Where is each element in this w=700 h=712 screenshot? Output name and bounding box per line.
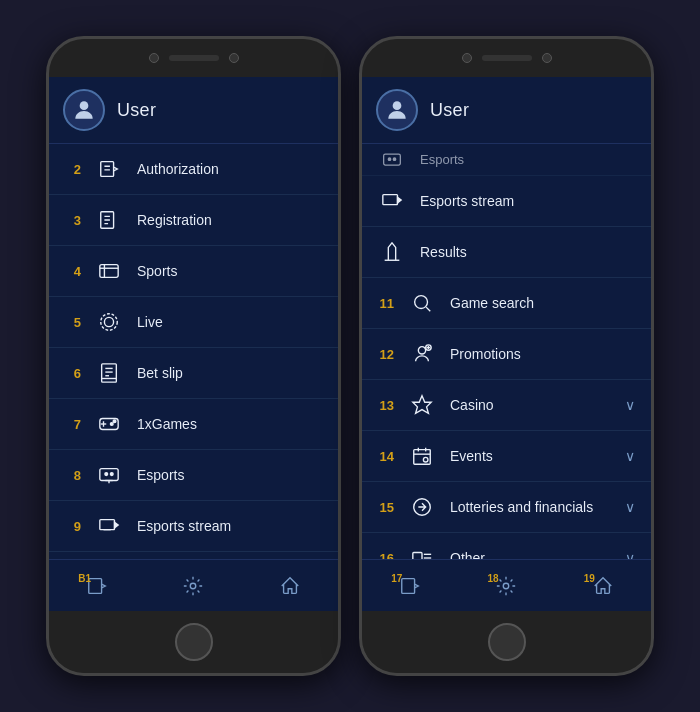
user-name-right: User [430,100,469,121]
svg-point-37 [388,157,391,160]
results-right-icon [378,238,406,266]
menu-promotions[interactable]: 12 Promotions [362,329,651,380]
menu-lotteries[interactable]: 15 Lotteries and financials ∨ [362,482,651,533]
svg-point-53 [423,457,428,462]
home-button-left[interactable] [175,623,213,661]
svg-point-44 [418,347,425,354]
screen-left: User 2 Authorization 3 Registration [49,77,338,611]
user-header-right[interactable]: User [362,77,651,144]
svg-point-35 [393,101,402,110]
svg-rect-1 [101,162,114,177]
esports-stream-right-label: Esports stream [420,193,635,209]
svg-point-27 [110,473,113,476]
svg-point-0 [80,101,89,110]
live-icon [95,308,123,336]
menu-results-right[interactable]: Results [362,227,651,278]
home-button-right[interactable] [488,623,526,661]
svg-rect-36 [384,154,401,165]
left-phone: User 2 Authorization 3 Registration [46,36,341,676]
menu-other[interactable]: 16 Other ∨ [362,533,651,559]
menu-sports[interactable]: 4 Sports [49,246,338,297]
camera2-right [542,53,552,63]
bottom-nav-right: 17 18 19 [362,559,651,611]
phone-top-right [362,39,651,77]
results-right-label: Results [420,244,635,260]
menu-results[interactable]: 10 Results [49,552,338,559]
svg-rect-8 [100,265,118,278]
partial-esports-label: Esports [420,152,464,167]
events-label: Events [450,448,611,464]
svg-rect-23 [100,469,118,481]
avatar-right [376,89,418,131]
game-search-icon [408,289,436,317]
casino-label: Casino [450,397,611,413]
svg-point-20 [113,420,116,423]
svg-point-61 [504,583,510,589]
menu-esports-stream[interactable]: 9 Esports stream [49,501,338,552]
svg-marker-40 [398,197,402,203]
svg-rect-49 [414,450,431,465]
avatar-left [63,89,105,131]
menu-live[interactable]: 5 Live [49,297,338,348]
menu-game-search[interactable]: 11 Game search [362,278,651,329]
phone-top-left [49,39,338,77]
promotions-icon [408,340,436,368]
camera2-left [229,53,239,63]
svg-point-12 [101,314,118,331]
phone-bottom-right [362,611,651,673]
other-arrow: ∨ [625,550,635,559]
menu-authorization[interactable]: 2 Authorization [49,144,338,195]
menu-esports-stream-right[interactable]: Esports stream [362,176,651,227]
nav-settings-left[interactable] [174,571,212,601]
esports-label: Esports [137,467,322,483]
nav-login-left[interactable]: B1 [78,571,116,601]
svg-marker-29 [115,522,119,528]
user-header-left[interactable]: User [49,77,338,144]
camera-right [462,53,472,63]
svg-point-42 [415,296,428,309]
svg-point-38 [393,157,396,160]
partial-esports-item: Esports [362,144,651,176]
sports-label: Sports [137,263,322,279]
lotteries-label: Lotteries and financials [450,499,611,515]
registration-label: Registration [137,212,322,228]
right-phone: User Esports Esports stream [359,36,654,676]
other-icon [408,544,436,559]
esports-stream-right-icon [378,187,406,215]
speaker-right [482,55,532,61]
casino-arrow: ∨ [625,397,635,413]
svg-point-19 [110,423,113,426]
lotteries-icon [408,493,436,521]
menu-casino[interactable]: 13 Casino ∨ [362,380,651,431]
svg-rect-28 [100,520,115,530]
lotteries-arrow: ∨ [625,499,635,515]
menu-registration[interactable]: 3 Registration [49,195,338,246]
events-arrow: ∨ [625,448,635,464]
user-name-left: User [117,100,156,121]
menu-list-right: Esports stream Results 11 Game search [362,176,651,559]
menu-events[interactable]: 14 Events ∨ [362,431,651,482]
menu-betslip[interactable]: 6 Bet slip [49,348,338,399]
menu-1xgames[interactable]: 7 1xGames [49,399,338,450]
svg-rect-60 [402,578,415,593]
registration-icon [95,206,123,234]
nav-home-left[interactable] [271,571,309,601]
nav-home-right[interactable]: 19 [584,571,622,601]
game-search-label: Game search [450,295,635,311]
screen-right: User Esports Esports stream [362,77,651,611]
promotions-label: Promotions [450,346,635,362]
nav-login-right[interactable]: 17 [391,571,429,601]
esports-icon [95,461,123,489]
sports-icon [95,257,123,285]
svg-line-43 [426,307,430,311]
live-label: Live [137,314,322,330]
partial-esports-icon [378,146,406,174]
betslip-icon [95,359,123,387]
svg-point-26 [105,473,108,476]
svg-rect-13 [102,364,117,382]
svg-point-34 [191,583,197,589]
nav-settings-right[interactable]: 18 [487,571,525,601]
authorization-icon [95,155,123,183]
menu-esports[interactable]: 8 Esports [49,450,338,501]
svg-rect-39 [383,195,398,205]
